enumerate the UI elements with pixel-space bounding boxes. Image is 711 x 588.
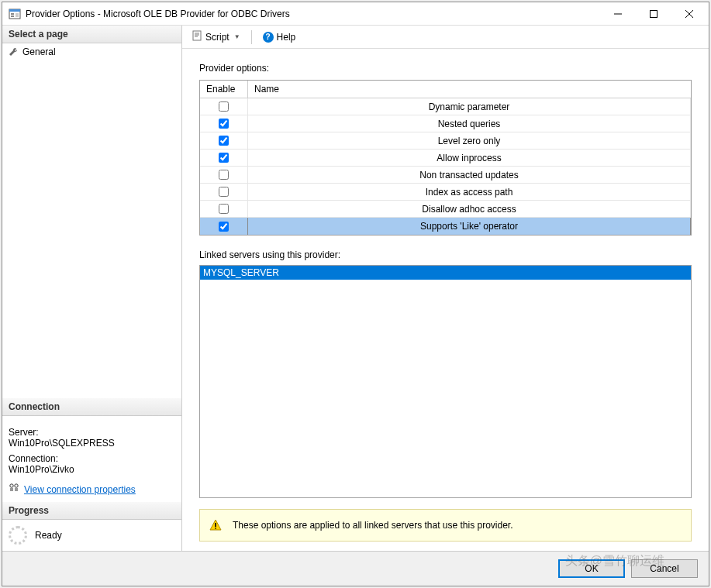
content-area: Select a page General Connection Server:… (2, 26, 709, 551)
server-label: Server: (9, 427, 175, 438)
app-icon (9, 8, 21, 20)
help-icon: ? (263, 32, 274, 43)
view-connection-link[interactable]: View connection properties (9, 483, 175, 496)
wrench-icon (9, 47, 18, 57)
dialog-window: Provider Options - Microsoft OLE DB Prov… (2, 2, 709, 586)
col-header-enable[interactable]: Enable (200, 81, 248, 98)
window-controls (600, 2, 707, 25)
linked-servers-label: Linked servers using this provider: (199, 249, 692, 260)
progress-body: Ready (2, 520, 181, 551)
cell-enable (200, 150, 248, 166)
cell-enable (200, 115, 248, 132)
cell-name: Index as access path (248, 184, 691, 200)
cell-name: Allow inprocess (248, 150, 691, 166)
help-label: Help (277, 32, 296, 43)
cell-name: Dynamic parameter (248, 98, 691, 115)
enable-checkbox[interactable] (219, 204, 229, 214)
enable-checkbox[interactable] (219, 136, 229, 146)
window-title: Provider Options - Microsoft OLE DB Prov… (26, 9, 600, 19)
sidebar-item-label: General (22, 46, 56, 57)
cell-enable (200, 201, 248, 217)
toolbar-separator (251, 30, 252, 44)
svg-rect-15 (215, 523, 216, 527)
view-connection-label: View connection properties (24, 484, 136, 495)
server-value: Win10Pro\SQLEXPRESS (9, 438, 175, 449)
warning-icon (209, 519, 222, 531)
sidebar: Select a page General Connection Server:… (2, 26, 182, 551)
toolbar: Script ▼ ? Help (182, 26, 709, 49)
connection-value: Win10Pro\Zivko (9, 464, 175, 475)
grid-row[interactable]: Index as access path (200, 184, 691, 201)
script-label: Script (205, 32, 230, 43)
provider-options-grid: Enable Name Dynamic parameterNested quer… (199, 80, 692, 236)
svg-point-9 (10, 484, 13, 487)
connection-header: Connection (2, 398, 181, 416)
script-button[interactable]: Script ▼ (187, 28, 245, 46)
linked-servers-listbox[interactable]: MYSQL_SERVER (199, 265, 692, 498)
select-page-header: Select a page (2, 26, 181, 43)
connection-label: Connection: (9, 453, 175, 464)
col-header-name[interactable]: Name (248, 81, 691, 98)
button-row: OK Cancel (2, 551, 709, 586)
grid-row[interactable]: Disallow adhoc access (200, 201, 691, 218)
grid-row[interactable]: Dynamic parameter (200, 98, 691, 115)
connection-info: Server: Win10Pro\SQLEXPRESS Connection: … (2, 416, 181, 502)
grid-header: Enable Name (200, 81, 691, 98)
cancel-button[interactable]: Cancel (631, 559, 698, 578)
titlebar: Provider Options - Microsoft OLE DB Prov… (2, 2, 709, 26)
svg-rect-11 (193, 31, 201, 40)
cell-name: Non transacted updates (248, 167, 691, 183)
enable-checkbox[interactable] (219, 170, 229, 180)
svg-rect-2 (11, 13, 14, 15)
progress-header: Progress (2, 502, 181, 520)
script-icon (192, 30, 202, 43)
cell-name: Nested queries (248, 115, 691, 132)
close-button[interactable] (671, 2, 707, 25)
cell-name: Level zero only (248, 132, 691, 149)
svg-rect-4 (16, 13, 19, 17)
provider-options-label: Provider options: (199, 63, 692, 74)
main-panel: Script ▼ ? Help Provider options: Enable… (182, 26, 709, 551)
cell-name: Supports 'Like' operator (248, 218, 691, 235)
info-text: These options are applied to all linked … (233, 520, 513, 531)
minimize-button[interactable] (600, 2, 636, 25)
chevron-down-icon: ▼ (234, 33, 240, 40)
help-button[interactable]: ? Help (258, 29, 301, 45)
cell-enable (200, 167, 248, 183)
enable-checkbox[interactable] (219, 153, 229, 163)
cell-enable (200, 218, 248, 235)
ok-button[interactable]: OK (558, 559, 625, 578)
progress-spinner-icon (9, 526, 27, 545)
enable-checkbox[interactable] (219, 101, 229, 112)
maximize-button[interactable] (636, 2, 671, 25)
enable-checkbox[interactable] (219, 119, 229, 129)
progress-status: Ready (35, 530, 62, 541)
svg-rect-16 (215, 528, 216, 529)
cell-enable (200, 132, 248, 149)
connection-icon (9, 483, 19, 496)
cell-name: Disallow adhoc access (248, 201, 691, 217)
grid-row[interactable]: Supports 'Like' operator (200, 218, 691, 235)
listbox-item[interactable]: MYSQL_SERVER (200, 266, 691, 280)
main-content: Provider options: Enable Name Dynamic pa… (182, 49, 709, 551)
grid-row[interactable]: Allow inprocess (200, 150, 691, 167)
cell-enable (200, 98, 248, 115)
svg-rect-6 (651, 10, 658, 17)
cell-enable (200, 184, 248, 200)
enable-checkbox[interactable] (219, 187, 229, 197)
sidebar-item-general[interactable]: General (2, 43, 181, 60)
grid-row[interactable]: Nested queries (200, 115, 691, 132)
svg-rect-1 (9, 9, 20, 12)
info-box: These options are applied to all linked … (199, 509, 692, 542)
grid-row[interactable]: Non transacted updates (200, 167, 691, 184)
grid-row[interactable]: Level zero only (200, 132, 691, 150)
svg-point-10 (15, 484, 18, 487)
enable-checkbox[interactable] (219, 222, 229, 232)
svg-rect-3 (11, 15, 14, 17)
